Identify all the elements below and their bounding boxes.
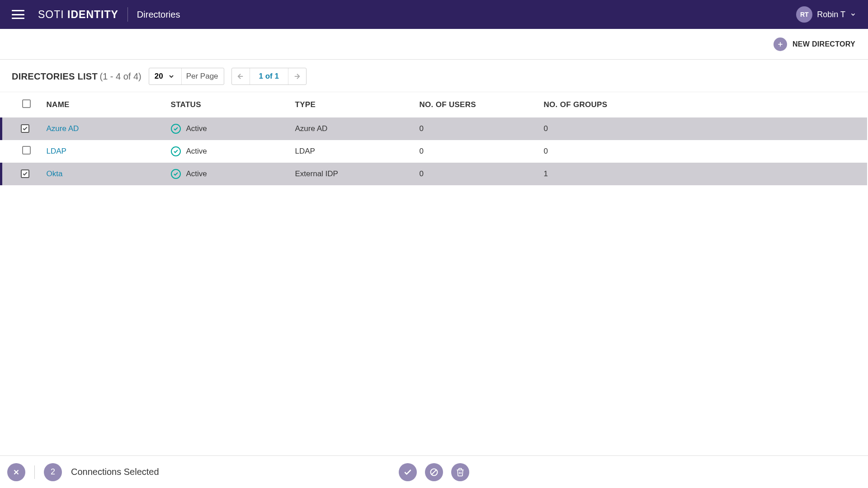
users-cell: 0 <box>420 163 544 185</box>
user-name: Robin T <box>817 10 845 19</box>
app-logo: SOTI IDENTITY <box>38 9 118 21</box>
table-header-row: NAME STATUS TYPE NO. OF USERS NO. OF GRO… <box>1 92 867 117</box>
disable-button[interactable] <box>425 463 443 481</box>
users-cell: 0 <box>420 140 544 163</box>
status-ok-icon <box>171 146 181 156</box>
status-label: Active <box>186 169 207 178</box>
select-all-checkbox[interactable] <box>22 99 31 108</box>
directory-name-link[interactable]: Azure AD <box>47 124 79 133</box>
pager-label: 1 of 1 <box>250 72 288 81</box>
row-checkbox[interactable] <box>21 169 29 178</box>
users-cell: 0 <box>420 117 544 140</box>
groups-cell: 0 <box>544 117 867 140</box>
list-title: DIRECTORIES LIST <box>12 71 98 81</box>
chevron-down-icon[interactable] <box>850 11 856 18</box>
action-row: NEW DIRECTORY <box>0 29 868 60</box>
column-header-groups[interactable]: NO. OF GROUPS <box>544 92 867 117</box>
list-toolbar: DIRECTORIES LIST (1 - 4 of 4) 20 Per Pag… <box>0 60 868 92</box>
avatar[interactable]: RT <box>796 6 812 23</box>
chevron-down-icon <box>168 73 175 80</box>
svg-line-7 <box>432 469 437 474</box>
type-cell: External IDP <box>295 163 420 185</box>
status-ok-icon <box>171 124 181 134</box>
header-user-area: RT Robin T <box>796 6 856 23</box>
page-size-value: 20 <box>155 72 163 81</box>
delete-button[interactable] <box>451 463 469 481</box>
directory-name-link[interactable]: Okta <box>47 169 63 178</box>
pager: 1 of 1 <box>231 68 307 85</box>
table-row[interactable]: Azure ADActiveAzure AD00 <box>1 117 867 140</box>
arrow-right-icon <box>293 72 301 80</box>
selection-bar: 2 Connections Selected <box>0 455 868 488</box>
status-ok-icon <box>171 169 181 179</box>
column-header-status[interactable]: STATUS <box>171 92 295 117</box>
app-header: SOTI IDENTITY Directories RT Robin T <box>0 0 868 29</box>
column-header-name[interactable]: NAME <box>47 92 171 117</box>
selection-count: 2 <box>44 463 62 481</box>
status-label: Active <box>186 147 207 156</box>
per-page-label: Per Page <box>181 68 218 84</box>
close-icon <box>12 468 20 476</box>
selection-actions <box>399 463 469 481</box>
confirm-button[interactable] <box>399 463 417 481</box>
pager-next-button[interactable] <box>288 68 306 84</box>
new-directory-label: NEW DIRECTORY <box>793 40 855 48</box>
groups-cell: 1 <box>544 163 867 185</box>
row-checkbox[interactable] <box>21 124 29 133</box>
pager-prev-button[interactable] <box>232 68 250 84</box>
new-directory-button[interactable]: NEW DIRECTORY <box>774 38 855 51</box>
row-checkbox[interactable] <box>22 146 31 155</box>
check-icon <box>403 468 412 477</box>
selection-label: Connections Selected <box>71 467 159 477</box>
type-cell: Azure AD <box>295 117 420 140</box>
plus-icon <box>774 38 787 51</box>
arrow-left-icon <box>236 72 245 80</box>
status-label: Active <box>186 124 207 133</box>
menu-icon[interactable] <box>12 10 24 19</box>
directory-name-link[interactable]: LDAP <box>47 147 66 155</box>
trash-icon <box>456 468 465 477</box>
directories-table: NAME STATUS TYPE NO. OF USERS NO. OF GRO… <box>0 92 868 185</box>
page-title: Directories <box>137 9 180 20</box>
column-header-users[interactable]: NO. OF USERS <box>420 92 544 117</box>
table-row[interactable]: LDAPActiveLDAP00 <box>1 140 867 163</box>
header-divider <box>127 7 128 22</box>
table-row[interactable]: OktaActiveExternal IDP01 <box>1 163 867 185</box>
close-selection-button[interactable] <box>7 463 25 481</box>
column-header-type[interactable]: TYPE <box>295 92 420 117</box>
type-cell: LDAP <box>295 140 420 163</box>
groups-cell: 0 <box>544 140 867 163</box>
list-range: (1 - 4 of 4) <box>99 71 141 81</box>
page-size-select[interactable]: 20 Per Page <box>149 68 224 85</box>
block-icon <box>429 468 439 477</box>
selection-divider <box>34 465 35 479</box>
